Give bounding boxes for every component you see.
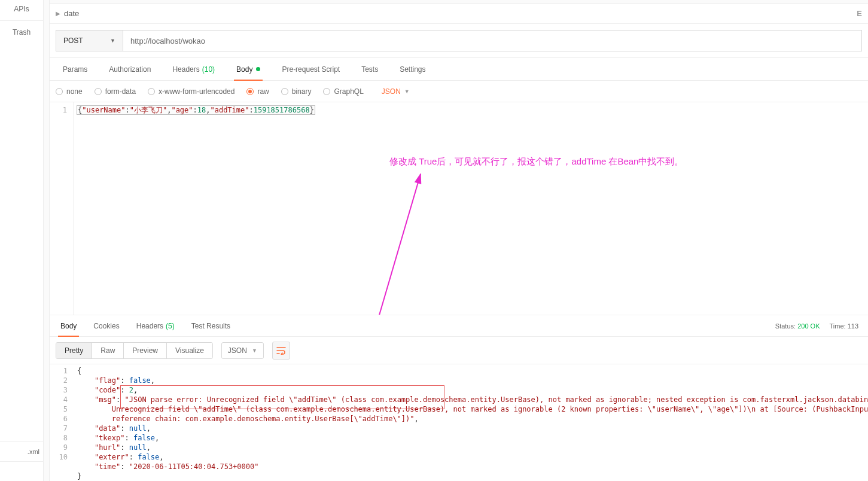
response-meta: Status: 200 OK Time: 113 — [775, 322, 866, 330]
main-panel: ▶ date E POST ▼ http://localhost/wokao P… — [50, 0, 868, 481]
chevron-down-icon: ▼ — [404, 89, 410, 95]
annotation-arrow-icon — [74, 102, 612, 315]
radio-x-www[interactable]: x-www-form-urlencoded — [148, 87, 234, 96]
app-root: APIs Trash .xml ▶ date E POST ▼ http://l… — [0, 0, 868, 481]
code-line: } — [77, 471, 868, 481]
radio-none-label: none — [66, 87, 83, 96]
code-line: Unrecognized field \"addTime\" (class co… — [77, 404, 868, 414]
resp-gutter: 1 2 3 4 5 6 7 8 9 10 — [50, 366, 74, 481]
line-number: 7 — [50, 424, 68, 433]
code-line: "data": null, — [77, 424, 868, 433]
method-select[interactable]: POST ▼ — [56, 30, 123, 51]
line-number: 9 — [50, 443, 68, 452]
code-line: "time": "2020-06-11T05:40:04.753+0000" — [77, 462, 868, 471]
resp-format-label: JSON — [228, 346, 247, 355]
radio-x-www-label: x-www-form-urlencoded — [159, 87, 234, 96]
view-preview-button[interactable]: Preview — [124, 343, 167, 358]
line-number: 3 — [50, 385, 68, 395]
radio-form-data[interactable]: form-data — [95, 87, 136, 96]
view-pretty-button[interactable]: Pretty — [56, 343, 92, 358]
sidebar-bottom-xml[interactable]: .xml — [0, 442, 43, 461]
svg-line-0 — [371, 174, 421, 315]
code-line: "tkexp": false, — [77, 433, 868, 443]
code-line: reference chain: com.example.demoschema.… — [77, 414, 868, 424]
code-line: "msg": "JSON parse error: Unrecognized f… — [77, 395, 868, 404]
radio-raw-label: raw — [257, 87, 269, 96]
time-value: 113 — [848, 322, 858, 330]
wrap-lines-button[interactable] — [272, 342, 290, 360]
left-sidebar: APIs Trash .xml — [0, 0, 44, 481]
resp-headers-count: (5) — [166, 322, 175, 330]
line-number: 5 — [50, 404, 68, 414]
line-number: 1 — [50, 105, 67, 115]
tab-params[interactable]: Params — [52, 58, 98, 80]
tab-prerequest[interactable]: Pre-request Script — [271, 58, 351, 80]
resp-code: { "flag": false, "code": 2, "msg": "JSON… — [74, 366, 868, 481]
line-number: 8 — [50, 433, 68, 443]
line-number: 2 — [50, 376, 68, 385]
tab-headers[interactable]: Headers (10) — [162, 58, 226, 80]
radio-none[interactable]: none — [56, 87, 83, 96]
tab-headers-label: Headers — [172, 65, 199, 74]
code-line: "flag": false, — [77, 376, 868, 385]
wrap-icon — [276, 346, 286, 355]
line-number: 10 — [50, 452, 68, 462]
resp-tab-body[interactable]: Body — [52, 315, 85, 336]
response-body[interactable]: 1 2 3 4 5 6 7 8 9 10 { "flag": false, — [50, 364, 868, 481]
resp-tab-headers[interactable]: Headers (5) — [128, 315, 183, 336]
tab-authorization[interactable]: Authorization — [98, 58, 162, 80]
sidebar-item-trash[interactable]: Trash — [0, 23, 43, 41]
view-visualize-button[interactable]: Visualize — [167, 343, 212, 358]
vertical-divider[interactable] — [44, 0, 50, 481]
annotation-text: 修改成 True后，可见就不行了，报这个错了，addTime 在Bean中找不到… — [389, 156, 683, 167]
view-raw-button[interactable]: Raw — [92, 343, 124, 358]
status-value: 200 OK — [797, 322, 820, 330]
status-label: Status: 200 OK — [775, 322, 820, 330]
resp-format-select[interactable]: JSON ▼ — [221, 342, 264, 359]
chevron-down-icon: ▼ — [110, 38, 115, 44]
line-number: 4 — [50, 395, 68, 404]
sidebar-bottom-selected[interactable] — [0, 461, 43, 481]
request-subheader: ▶ date E — [50, 4, 868, 24]
method-label: POST — [63, 36, 83, 45]
radio-graphql-label: GraphQL — [334, 87, 363, 96]
radio-raw[interactable]: raw — [246, 87, 269, 96]
response-toolbar: Pretty Raw Preview Visualize JSON ▼ — [50, 337, 868, 364]
url-input[interactable]: http://localhost/wokao — [123, 30, 862, 51]
radio-form-data-label: form-data — [105, 87, 136, 96]
code-line: { — [77, 366, 868, 376]
resp-tab-cookies[interactable]: Cookies — [85, 315, 127, 336]
line-number: 1 — [50, 366, 68, 376]
tab-tests[interactable]: Tests — [351, 58, 389, 80]
request-body-editor[interactable]: 1 {"userName":"小李飞刀","age":18,"addTime":… — [50, 102, 868, 315]
radio-binary-label: binary — [292, 87, 312, 96]
time-label: Time: 113 — [829, 322, 858, 330]
code-line: {"userName":"小李飞刀","age":18,"addTime":15… — [77, 105, 868, 115]
chevron-down-icon: ▼ — [252, 348, 257, 354]
body-type-row: none form-data x-www-form-urlencoded raw… — [50, 81, 868, 102]
request-tabs: Params Authorization Headers (10) Body P… — [50, 58, 868, 81]
collapse-arrow-icon[interactable]: ▶ — [56, 10, 60, 17]
right-panel-icon[interactable]: E — [857, 9, 862, 18]
tab-settings[interactable]: Settings — [389, 58, 436, 80]
headers-count: (10) — [202, 65, 215, 74]
response-section: Body Cookies Headers (5) Test Results St… — [50, 315, 868, 481]
body-format-select[interactable]: JSON ▼ — [382, 87, 410, 96]
request-title[interactable]: date — [64, 9, 79, 18]
code-line: "code": 2, — [77, 385, 868, 395]
resp-tab-headers-label: Headers — [136, 322, 163, 330]
code-line: "exterr": false, — [77, 452, 868, 462]
url-text: http://localhost/wokao — [130, 36, 205, 45]
radio-graphql[interactable]: GraphQL — [323, 87, 363, 96]
sidebar-item-apis[interactable]: APIs — [0, 0, 43, 18]
response-tabs: Body Cookies Headers (5) Test Results St… — [50, 315, 868, 337]
editor-code[interactable]: {"userName":"小李飞刀","age":18,"addTime":15… — [74, 102, 868, 315]
tab-body[interactable]: Body — [226, 58, 271, 80]
tab-body-label: Body — [236, 65, 252, 74]
radio-binary[interactable]: binary — [281, 87, 312, 96]
resp-tab-test-results[interactable]: Test Results — [183, 315, 239, 336]
editor-gutter: 1 — [50, 102, 74, 315]
sidebar-divider — [0, 20, 43, 21]
body-active-dot-icon — [256, 67, 260, 71]
url-row: POST ▼ http://localhost/wokao — [50, 24, 868, 58]
